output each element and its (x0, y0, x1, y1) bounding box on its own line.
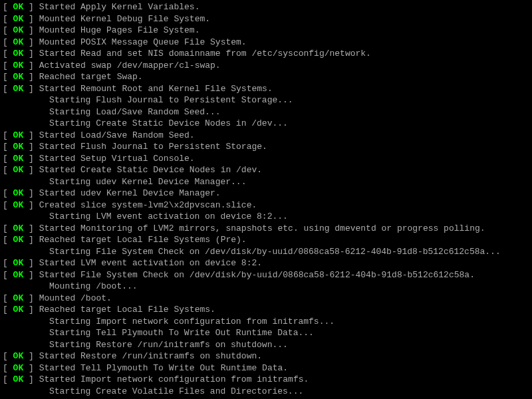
boot-log-line: Starting LVM event activation on device … (3, 211, 529, 223)
bracket-left: [ (3, 374, 13, 384)
boot-message: Started Import network configuration fro… (39, 374, 309, 384)
bracket-left: [ (3, 351, 13, 361)
bracket-right: ] (23, 235, 39, 245)
boot-log-line: [ OK ] Started Create Static Device Node… (3, 164, 529, 176)
boot-log-line: [ OK ] Mounted POSIX Message Queue File … (3, 37, 529, 49)
bracket-left: [ (3, 14, 13, 24)
bracket-right: ] (23, 293, 39, 303)
bracket-left: [ (3, 165, 13, 175)
status-ok: OK (13, 37, 24, 47)
boot-message: Started Read and set NIS domainname from… (39, 49, 371, 59)
bracket-left: [ (3, 154, 13, 164)
status-ok: OK (13, 130, 24, 140)
bracket-right: ] (23, 223, 39, 233)
bracket-left: [ (3, 258, 13, 268)
bracket-left: [ (3, 25, 13, 35)
boot-log-line: [ OK ] Started Monitoring of LVM2 mirror… (3, 223, 529, 235)
boot-log-line: Starting Load/Save Random Seed... (3, 106, 529, 118)
boot-message: Started Monitoring of LVM2 mirrors, snap… (39, 223, 485, 233)
bracket-right: ] (23, 142, 39, 152)
bracket-left: [ (3, 84, 13, 94)
boot-log-line: [ OK ] Started Flush Journal to Persiste… (3, 141, 529, 153)
boot-log-line: [ OK ] Mounted Huge Pages File System. (3, 25, 529, 37)
boot-message: Starting Create Static Device Nodes in /… (49, 118, 288, 128)
bracket-right: ] (23, 37, 39, 47)
status-ok: OK (13, 72, 24, 82)
boot-message: Started Remount Root and Kernel File Sys… (39, 84, 273, 94)
boot-message: Mounted /boot. (39, 293, 112, 303)
boot-message: Mounted POSIX Message Queue File System. (39, 37, 247, 47)
boot-message: Starting Restore /run/initramfs on shutd… (49, 340, 288, 350)
boot-log-line: Starting udev Kernel Device Manager... (3, 176, 529, 188)
status-ok: OK (13, 200, 24, 210)
bracket-right: ] (23, 84, 39, 94)
bracket-right: ] (23, 258, 39, 268)
boot-message: Reached target Swap. (39, 72, 143, 82)
boot-log-line: [ OK ] Reached target Local File Systems… (3, 304, 529, 316)
status-ok: OK (13, 154, 24, 164)
bracket-right: ] (23, 14, 39, 24)
status-ok: OK (13, 14, 24, 24)
bracket-right: ] (23, 305, 39, 315)
bracket-left: [ (3, 223, 13, 233)
bracket-right: ] (23, 25, 39, 35)
boot-log-line: [ OK ] Mounted /boot. (3, 293, 529, 305)
bracket-right: ] (23, 165, 39, 175)
boot-message: Started Load/Save Random Seed. (39, 130, 195, 140)
boot-message: Mounted Huge Pages File System. (39, 25, 200, 35)
boot-message: Reached target Local File Systems. (39, 305, 215, 315)
boot-message: Mounted Kernel Debug File System. (39, 14, 210, 24)
bracket-right: ] (23, 363, 39, 373)
bracket-left: [ (3, 130, 13, 140)
boot-log-line: Starting File System Check on /dev/disk/… (3, 246, 529, 258)
status-ok: OK (13, 293, 24, 303)
boot-log-line: [ OK ] Started LVM event activation on d… (3, 257, 529, 269)
bracket-left: [ (3, 2, 13, 12)
bracket-right: ] (23, 2, 39, 12)
boot-log-line: Starting Import network configuration fr… (3, 316, 529, 328)
bracket-right: ] (23, 351, 39, 361)
bracket-left: [ (3, 188, 13, 198)
boot-message: Created slice system-lvm2\x2dpvscan.slic… (39, 200, 257, 210)
boot-message: Mounting /boot... (49, 281, 138, 291)
bracket-left: [ (3, 305, 13, 315)
bracket-left: [ (3, 200, 13, 210)
status-ok: OK (13, 223, 24, 233)
status-ok: OK (13, 142, 24, 152)
bracket-left: [ (3, 72, 13, 82)
boot-log-line: [ OK ] Started Read and set NIS domainna… (3, 48, 529, 60)
status-ok: OK (13, 270, 24, 280)
boot-log-line: [ OK ] Started File System Check on /dev… (3, 269, 529, 281)
boot-log-line: [ OK ] Started Remount Root and Kernel F… (3, 83, 529, 95)
boot-log-line: Starting Flush Journal to Persistent Sto… (3, 94, 529, 106)
boot-message: Starting Import network configuration fr… (49, 317, 334, 327)
status-ok: OK (13, 374, 24, 384)
bracket-left: [ (3, 293, 13, 303)
boot-message: Started Tell Plymouth To Write Out Runti… (39, 363, 288, 373)
boot-log-line: [ OK ] Reached target Swap. (3, 71, 529, 83)
bracket-left: [ (3, 235, 13, 245)
boot-log-line: [ OK ] Activated swap /dev/mapper/cl-swa… (3, 60, 529, 72)
boot-log-line: Mounting /boot... (3, 281, 529, 293)
boot-log-line: [ OK ] Started Tell Plymouth To Write Ou… (3, 362, 529, 374)
boot-log-line: Starting Create Static Device Nodes in /… (3, 118, 529, 130)
bracket-right: ] (23, 49, 39, 59)
status-ok: OK (13, 61, 24, 70)
boot-message: Reached target Local File Systems (Pre). (39, 235, 247, 245)
status-ok: OK (13, 351, 24, 361)
bracket-left: [ (3, 37, 13, 47)
boot-log-line: [ OK ] Mounted Kernel Debug File System. (3, 13, 529, 25)
status-ok: OK (13, 25, 24, 35)
boot-log-line: Starting Create Volatile Files and Direc… (3, 386, 529, 398)
bracket-right: ] (23, 154, 39, 164)
boot-message: Starting Create Volatile Files and Direc… (49, 386, 303, 396)
boot-log-line: [ OK ] Started Apply Kernel Variables. (3, 1, 529, 13)
boot-log-line: [ OK ] Started udev Kernel Device Manage… (3, 188, 529, 200)
boot-message: Activated swap /dev/mapper/cl-swap. (39, 61, 221, 70)
bracket-right: ] (23, 72, 39, 82)
bracket-right: ] (23, 270, 39, 280)
bracket-right: ] (23, 188, 39, 198)
bracket-right: ] (23, 130, 39, 140)
bracket-left: [ (3, 142, 13, 152)
boot-log-line: [ OK ] Created slice system-lvm2\x2dpvsc… (3, 200, 529, 211)
